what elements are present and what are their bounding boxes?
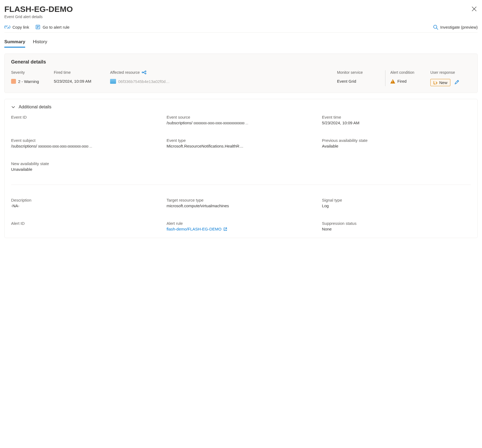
signal-type-label: Signal type [322,198,471,202]
alert-condition-label: Alert condition [390,70,425,75]
affected-resource-label: Affected resource [110,70,140,75]
severity-swatch-icon [11,79,16,84]
tab-summary[interactable]: Summary [4,39,25,48]
investigate-button[interactable]: Investigate (preview) [433,24,478,30]
severity-label: Severity [11,70,49,75]
investigate-label: Investigate (preview) [440,25,478,29]
warning-triangle-icon [390,79,395,83]
monitor-service-value: Event Grid [337,79,380,83]
copy-link-label: Copy link [12,25,29,29]
tabs: Summary History [4,39,478,48]
alert-rule-value: flash-demo/FLASH-EG-DEMO [167,227,222,231]
new-state-value: Unavailable [11,167,160,172]
monitor-service-label: Monitor service [337,70,380,75]
suppression-status-label: Suppression status [322,221,471,226]
alert-rule-label: Alert rule [167,221,316,226]
suppression-status-value: None [322,227,471,231]
resource-graph-icon[interactable] [142,71,147,74]
svg-point-1 [434,25,437,28]
fired-time-value: 5/23/2024, 10:09 AM [54,79,105,83]
previous-state-value: Available [322,144,471,148]
additional-details-toggle[interactable]: Additional details [11,105,471,109]
new-state-label: New availability state [11,161,160,166]
copy-link-button[interactable]: Copy link [4,25,29,29]
divider [385,70,385,86]
event-time-value: 5/23/2024, 10:09 AM [322,121,471,125]
event-type-value: Microsoft.ResourceNotifications.HealthR… [167,144,316,148]
event-subject-prefix: /subscriptions/ [11,144,37,148]
event-type-label: Event type [167,138,316,143]
go-to-alert-rule-button[interactable]: Go to alert rule [35,24,70,30]
user-response-badge: New [430,79,450,86]
svg-point-2 [142,72,143,73]
alert-rule-link[interactable]: flash-demo/FLASH-EG-DEMO [167,227,227,231]
page-title: FLASH-EG-DEMO [4,4,73,14]
general-details-card: General details Severity 2 - Warning Fir… [4,54,478,93]
page-subtitle: Event Grid alert details [4,15,73,19]
status-new-icon [433,81,438,85]
general-details-heading: General details [11,59,471,65]
target-resource-type-label: Target resource type [167,198,316,202]
svg-point-4 [145,73,146,74]
edit-user-response-button[interactable] [454,79,460,86]
pencil-icon [454,79,460,85]
user-response-value: New [439,80,447,85]
link-icon [4,25,10,29]
resource-icon [110,79,116,84]
close-icon [472,6,477,11]
fired-time-label: Fired time [54,70,105,75]
toolbar: Copy link Go to alert rule Investigate (… [4,24,478,33]
description-value: -NA- [11,203,160,208]
go-to-alert-rule-label: Go to alert rule [43,25,70,29]
previous-state-label: Previous availability state [322,138,471,143]
close-button[interactable] [471,4,478,14]
severity-value: 2 - Warning [18,79,39,84]
tab-history[interactable]: History [33,39,47,48]
event-source-prefix: /subscriptions/ [167,121,193,125]
divider [11,185,471,185]
search-icon [433,24,438,30]
alert-rule-icon [35,24,41,30]
user-response-label: User response [430,70,471,75]
event-source-label: Event source [167,115,316,119]
additional-details-heading: Additional details [19,105,51,109]
external-link-icon [223,227,227,231]
alert-condition-value: Fired [397,79,407,83]
event-source-value: 00000000-0000-0000-0000000000000 … [194,122,248,125]
affected-resource-value: 06f336b7545b4e13a02f0d… [118,79,170,84]
event-subject-value: 00000000-0000-0000-00000000-0000 … [38,145,92,148]
event-time-label: Event time [322,115,471,119]
event-subject-label: Event subject [11,138,160,143]
signal-type-value: Log [322,203,471,208]
target-resource-type-value: microsoft.compute/virtualmachines [167,203,316,208]
event-id-label: Event ID [11,115,160,119]
alert-id-label: Alert ID [11,221,160,226]
chevron-down-icon [11,105,15,109]
additional-details-card: Additional details Event ID Event source… [4,99,478,238]
svg-point-3 [145,71,146,72]
description-label: Description [11,198,160,202]
